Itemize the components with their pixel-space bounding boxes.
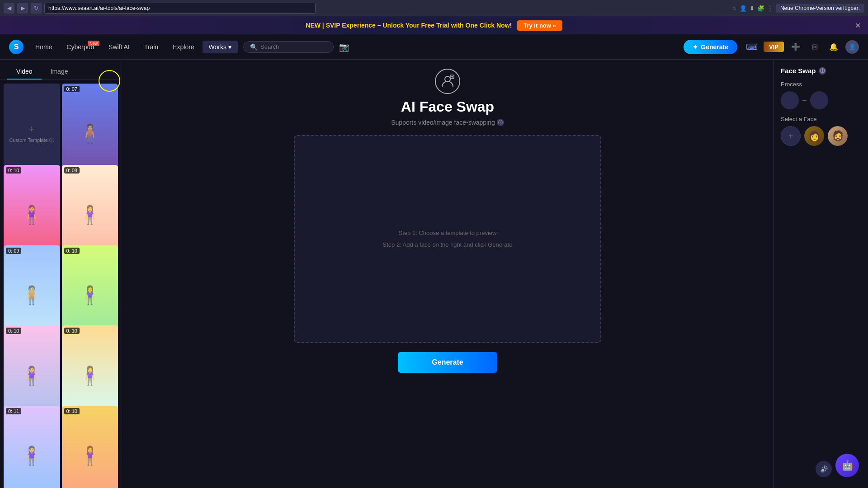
url-bar[interactable]: https://www.seaart.ai/ai-tools/ai-face-s… [44,3,316,14]
promo-banner: NEW | SVIP Experience – Unlock Your Free… [0,16,868,34]
main-layout: Video Image + Custom Template ⓘ 0: 07 By… [0,60,868,488]
add-icon: + [29,123,35,135]
nav-works[interactable]: Works ▾ [203,41,238,53]
camera-button[interactable]: 📷 [339,42,349,52]
face-avatar-1[interactable]: 👩 [804,126,824,146]
search-input[interactable] [260,43,328,50]
avatar[interactable]: 👤 [845,40,859,54]
page-title: AI Face Swap [401,99,494,115]
search-bar[interactable]: 🔍 [243,41,334,53]
forward-button[interactable]: ▶ [17,3,28,14]
template-card[interactable]: 0: 10 🧍‍♀️ [62,406,118,488]
try-now-button[interactable]: Try it now » [517,20,562,31]
process-circle-1 [781,91,799,109]
banner-close-button[interactable]: ✕ [855,21,861,30]
center-area: AI Face Swap Supports video/image face-s… [122,60,773,488]
new-badge: New [88,41,99,46]
plus-button[interactable]: ➕ [788,40,803,54]
panel-title: Face Swap ⓘ [781,67,861,75]
panel-info-icon[interactable]: ⓘ [819,67,826,75]
select-face-section: Select a Face + 👩 🧔 [781,116,861,146]
tab-bar: Video Image [0,60,122,80]
discord-button[interactable]: ⌨ [745,40,759,54]
select-face-label: Select a Face [781,116,861,122]
right-panel: Face Swap ⓘ Process – Select a Face + 👩 [773,60,868,488]
template-card[interactable]: 0: 11 🧍‍♀️ [4,406,60,488]
process-dash: – [802,96,807,104]
bell-button[interactable]: 🔔 [826,40,841,54]
chat-icon: 🤖 [841,460,854,471]
template-grid: + Custom Template ⓘ 0: 07 By: Stelle 🧍 0… [0,80,122,488]
banner-text: NEW | SVIP Experience – Unlock Your Free… [306,22,512,29]
tab-image[interactable]: Image [42,64,77,80]
process-section: Process – [781,81,861,109]
preview-area: Step 1: Choose a template to preview Ste… [294,135,601,343]
profile-button[interactable]: 👤 [740,5,747,12]
browser-bar: ◀ ▶ ↻ https://www.seaart.ai/ai-tools/ai-… [0,0,868,16]
step1-text: Step 1: Choose a template to preview [399,227,497,239]
banner-main: | SVIP Experience – Unlock Your Free Tri… [322,22,512,29]
nav-cyberpub[interactable]: Cyberpub New [60,41,100,53]
nav-explore[interactable]: Explore [166,41,200,53]
face-options: + 👩 🧔 [781,126,861,146]
face-avatar-2[interactable]: 🧔 [828,126,848,146]
left-sidebar: Video Image + Custom Template ⓘ 0: 07 By… [0,60,122,488]
logo[interactable]: S [9,40,24,54]
header-generate-button[interactable]: ✦ Generate [684,40,737,54]
grid-button[interactable]: ⊞ [807,40,822,54]
download-button[interactable]: ⬇ [750,5,755,12]
tab-video[interactable]: Video [7,64,42,80]
info-icon: ⓘ [497,119,504,126]
search-icon: 🔍 [250,43,258,51]
nav-icons: ⌨ VIP ➕ ⊞ 🔔 👤 [745,40,859,54]
banner-new: NEW [306,22,321,29]
nav-swift-ai[interactable]: Swift AI [102,41,136,53]
extensions-button[interactable]: 🧩 [757,5,764,12]
navbar: S Home Cyberpub New Swift AI Train Explo… [0,34,868,60]
face-swap-icon [435,69,460,94]
chevron-down-icon: ▾ [228,43,231,51]
page-subtitle: Supports video/image face-swapping ⓘ [391,119,504,126]
step2-text: Step 2: Add a face on the right and clic… [383,239,513,251]
chat-bubble-button[interactable]: 🤖 [835,454,859,477]
menu-button[interactable]: ⋮ [767,5,773,12]
nav-train[interactable]: Train [138,41,165,53]
main-generate-button[interactable]: Generate [398,352,497,373]
browser-right: ☆ 👤 ⬇ 🧩 ⋮ Neue Chrome-Version verfügbar: [731,4,864,13]
nav-home[interactable]: Home [29,41,58,53]
back-button[interactable]: ◀ [4,3,14,14]
reload-button[interactable]: ↻ [31,3,42,14]
custom-template-label: Custom Template ⓘ [9,137,54,144]
chrome-notification: Neue Chrome-Version verfügbar: [776,4,864,13]
add-face-button[interactable]: + [781,126,801,146]
process-circle-2 [810,91,828,109]
process-circles: – [781,91,861,109]
bookmark-button[interactable]: ☆ [731,5,737,12]
audio-button[interactable]: 🔊 [816,461,832,477]
vip-button[interactable]: VIP [764,42,784,52]
generate-icon: ✦ [693,43,698,51]
audio-icon: 🔊 [820,465,828,473]
url-text: https://www.seaart.ai/ai-tools/ai-face-s… [48,5,150,11]
process-label: Process [781,81,861,88]
